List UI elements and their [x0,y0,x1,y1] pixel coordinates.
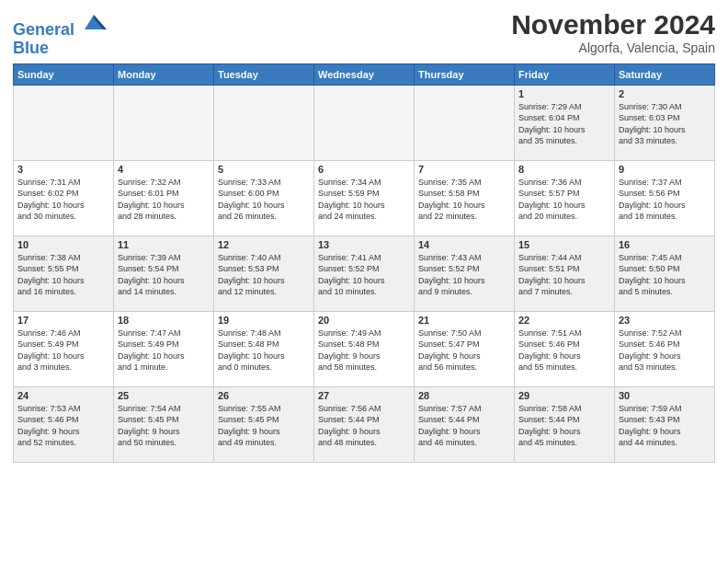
weekday-header: Monday [114,63,214,85]
day-info: Sunrise: 7:36 AM Sunset: 5:57 PM Dayligh… [518,177,610,223]
calendar-cell: 17Sunrise: 7:46 AM Sunset: 5:49 PM Dayli… [14,311,114,386]
calendar-cell: 8Sunrise: 7:36 AM Sunset: 5:57 PM Daylig… [515,160,615,236]
calendar-cell: 23Sunrise: 7:52 AM Sunset: 5:46 PM Dayli… [615,311,715,386]
day-info: Sunrise: 7:46 AM Sunset: 5:49 PM Dayligh… [17,327,109,373]
day-number: 27 [318,390,410,401]
day-number: 22 [518,315,610,326]
day-info: Sunrise: 7:39 AM Sunset: 5:54 PM Dayligh… [118,252,210,298]
day-number: 24 [17,390,109,401]
day-info: Sunrise: 7:50 AM Sunset: 5:47 PM Dayligh… [418,327,510,373]
location: Algorfa, Valencia, Spain [511,40,715,55]
day-number: 30 [619,390,711,401]
calendar-cell: 29Sunrise: 7:58 AM Sunset: 5:44 PM Dayli… [515,386,615,462]
calendar-table: SundayMondayTuesdayWednesdayThursdayFrid… [13,63,715,463]
calendar-week-row: 24Sunrise: 7:53 AM Sunset: 5:46 PM Dayli… [14,386,715,462]
day-number: 26 [218,390,310,401]
day-number: 4 [118,164,210,175]
month-title: November 2024 [511,9,715,40]
day-info: Sunrise: 7:34 AM Sunset: 5:59 PM Dayligh… [318,177,410,223]
day-number: 23 [619,315,711,326]
day-info: Sunrise: 7:55 AM Sunset: 5:45 PM Dayligh… [218,403,310,449]
day-info: Sunrise: 7:53 AM Sunset: 5:46 PM Dayligh… [17,403,109,449]
calendar-cell: 21Sunrise: 7:50 AM Sunset: 5:47 PM Dayli… [415,311,515,386]
day-number: 16 [619,239,711,250]
day-number: 6 [318,164,410,175]
logo-text: General [13,9,107,40]
calendar-cell: 13Sunrise: 7:41 AM Sunset: 5:52 PM Dayli… [314,236,415,311]
day-number: 25 [118,390,210,401]
day-info: Sunrise: 7:44 AM Sunset: 5:51 PM Dayligh… [518,252,610,298]
day-number: 10 [17,239,109,250]
day-number: 28 [418,390,510,401]
calendar-cell: 1Sunrise: 7:29 AM Sunset: 6:04 PM Daylig… [515,85,615,160]
calendar-cell: 28Sunrise: 7:57 AM Sunset: 5:44 PM Dayli… [415,386,515,462]
day-info: Sunrise: 7:52 AM Sunset: 5:46 PM Dayligh… [619,327,711,373]
day-number: 1 [518,88,610,99]
day-info: Sunrise: 7:43 AM Sunset: 5:52 PM Dayligh… [418,252,510,298]
calendar-cell: 3Sunrise: 7:31 AM Sunset: 6:02 PM Daylig… [14,160,114,236]
calendar-cell: 14Sunrise: 7:43 AM Sunset: 5:52 PM Dayli… [415,236,515,311]
day-info: Sunrise: 7:41 AM Sunset: 5:52 PM Dayligh… [318,252,410,298]
calendar-cell: 10Sunrise: 7:38 AM Sunset: 5:55 PM Dayli… [14,236,114,311]
calendar-cell: 27Sunrise: 7:56 AM Sunset: 5:44 PM Dayli… [314,386,415,462]
calendar-cell [14,85,114,160]
calendar-cell: 7Sunrise: 7:35 AM Sunset: 5:58 PM Daylig… [415,160,515,236]
day-info: Sunrise: 7:56 AM Sunset: 5:44 PM Dayligh… [318,403,410,449]
calendar-cell: 11Sunrise: 7:39 AM Sunset: 5:54 PM Dayli… [114,236,214,311]
calendar-cell [415,85,515,160]
day-info: Sunrise: 7:54 AM Sunset: 5:45 PM Dayligh… [118,403,210,449]
calendar-cell [214,85,314,160]
calendar-cell: 9Sunrise: 7:37 AM Sunset: 5:56 PM Daylig… [615,160,715,236]
day-number: 17 [17,315,109,326]
day-number: 20 [318,315,410,326]
calendar-cell: 20Sunrise: 7:49 AM Sunset: 5:48 PM Dayli… [314,311,415,386]
calendar-page: General Blue November 2024 Algorfa, Vale… [0,0,728,472]
weekday-header: Sunday [14,63,114,85]
calendar-cell: 16Sunrise: 7:45 AM Sunset: 5:50 PM Dayli… [615,236,715,311]
calendar-week-row: 1Sunrise: 7:29 AM Sunset: 6:04 PM Daylig… [14,85,715,160]
day-info: Sunrise: 7:59 AM Sunset: 5:43 PM Dayligh… [619,403,711,449]
day-number: 13 [318,239,410,250]
day-number: 11 [118,239,210,250]
weekday-header: Wednesday [314,63,415,85]
calendar-cell: 30Sunrise: 7:59 AM Sunset: 5:43 PM Dayli… [615,386,715,462]
calendar-week-row: 3Sunrise: 7:31 AM Sunset: 6:02 PM Daylig… [14,160,715,236]
calendar-cell [114,85,214,160]
day-number: 18 [118,315,210,326]
calendar-cell: 15Sunrise: 7:44 AM Sunset: 5:51 PM Dayli… [515,236,615,311]
day-number: 19 [218,315,310,326]
weekday-header: Friday [515,63,615,85]
calendar-cell: 5Sunrise: 7:33 AM Sunset: 6:00 PM Daylig… [214,160,314,236]
calendar-cell: 4Sunrise: 7:32 AM Sunset: 6:01 PM Daylig… [114,160,214,236]
day-number: 5 [218,164,310,175]
day-number: 15 [518,239,610,250]
day-info: Sunrise: 7:51 AM Sunset: 5:46 PM Dayligh… [518,327,610,373]
day-info: Sunrise: 7:47 AM Sunset: 5:49 PM Dayligh… [118,327,210,373]
calendar-cell: 25Sunrise: 7:54 AM Sunset: 5:45 PM Dayli… [114,386,214,462]
calendar-cell: 24Sunrise: 7:53 AM Sunset: 5:46 PM Dayli… [14,386,114,462]
calendar-cell: 19Sunrise: 7:48 AM Sunset: 5:48 PM Dayli… [214,311,314,386]
day-number: 9 [619,164,711,175]
calendar-cell: 6Sunrise: 7:34 AM Sunset: 5:59 PM Daylig… [314,160,415,236]
day-number: 2 [619,88,711,99]
calendar-week-row: 10Sunrise: 7:38 AM Sunset: 5:55 PM Dayli… [14,236,715,311]
day-number: 14 [418,239,510,250]
weekday-header: Tuesday [214,63,314,85]
calendar-cell [314,85,415,160]
day-info: Sunrise: 7:29 AM Sunset: 6:04 PM Dayligh… [518,101,610,147]
day-info: Sunrise: 7:57 AM Sunset: 5:44 PM Dayligh… [418,403,510,449]
day-info: Sunrise: 7:30 AM Sunset: 6:03 PM Dayligh… [619,101,711,147]
day-number: 12 [218,239,310,250]
logo-line2: Blue [13,40,107,58]
logo-icon [81,9,107,35]
calendar-cell: 26Sunrise: 7:55 AM Sunset: 5:45 PM Dayli… [214,386,314,462]
weekday-header-row: SundayMondayTuesdayWednesdayThursdayFrid… [14,63,715,85]
weekday-header: Thursday [415,63,515,85]
day-info: Sunrise: 7:49 AM Sunset: 5:48 PM Dayligh… [318,327,410,373]
day-info: Sunrise: 7:45 AM Sunset: 5:50 PM Dayligh… [619,252,711,298]
logo: General Blue [13,9,107,58]
calendar-cell: 2Sunrise: 7:30 AM Sunset: 6:03 PM Daylig… [615,85,715,160]
title-block: November 2024 Algorfa, Valencia, Spain [511,9,715,55]
calendar-week-row: 17Sunrise: 7:46 AM Sunset: 5:49 PM Dayli… [14,311,715,386]
day-info: Sunrise: 7:37 AM Sunset: 5:56 PM Dayligh… [619,177,711,223]
